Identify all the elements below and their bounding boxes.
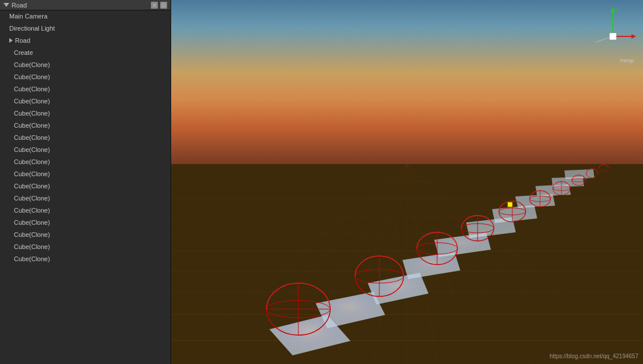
hierarchy-panel: Road ≡ ⊡ Main CameraDirectional LightRoa…: [0, 0, 171, 364]
sidebar-item[interactable]: Cube(Clone): [0, 120, 171, 132]
scene-gizmo[interactable]: y x Persp: [590, 5, 636, 62]
sidebar-item[interactable]: Cube(Clone): [0, 241, 171, 253]
sidebar-item[interactable]: Directional Light: [0, 23, 171, 35]
scene-viewport[interactable]: y x Persp https://blog.csdn.net/qq_42194…: [171, 0, 643, 364]
collapse-icon[interactable]: [3, 3, 9, 7]
sidebar-item[interactable]: Cube(Clone): [0, 168, 171, 180]
sidebar-item[interactable]: Cube(Clone): [0, 156, 171, 168]
svg-text:y: y: [615, 6, 618, 12]
watermark-text: https://blog.csdn.net/qq_42194657: [550, 353, 638, 359]
sidebar-item[interactable]: Cube(Clone): [0, 83, 171, 95]
sidebar-item[interactable]: Main Camera: [0, 10, 171, 23]
sidebar-item[interactable]: Road: [0, 35, 171, 47]
sidebar-item[interactable]: Cube(Clone): [0, 217, 171, 229]
sidebar-item[interactable]: Cube(Clone): [0, 144, 171, 156]
sphere-2: [355, 256, 404, 296]
svg-marker-29: [434, 233, 491, 257]
more-icon[interactable]: ⊡: [160, 2, 167, 9]
sidebar-item[interactable]: Cube(Clone): [0, 132, 171, 144]
svg-rect-69: [609, 33, 616, 40]
svg-marker-63: [611, 8, 615, 12]
header-left: Road: [3, 2, 27, 9]
hierarchy-header: Road ≡ ⊡: [0, 0, 171, 10]
sidebar-item[interactable]: Create: [0, 47, 171, 59]
sidebar-item[interactable]: Cube(Clone): [0, 95, 171, 107]
sphere-1: [267, 283, 330, 335]
menu-icon[interactable]: ≡: [151, 2, 158, 9]
position-gizmo: [508, 202, 512, 207]
sidebar-item[interactable]: Cube(Clone): [0, 107, 171, 120]
sidebar-item[interactable]: Cube(Clone): [0, 253, 171, 265]
svg-marker-27: [402, 252, 460, 279]
scene-content: [171, 0, 643, 364]
sidebar-item[interactable]: Cube(Clone): [0, 205, 171, 217]
sidebar-item[interactable]: Cube(Clone): [0, 71, 171, 83]
header-icons: ≡ ⊡: [151, 2, 167, 9]
hierarchy-title: Road: [12, 2, 27, 9]
sidebar-item[interactable]: Cube(Clone): [0, 192, 171, 205]
svg-marker-66: [631, 34, 636, 39]
sidebar-item[interactable]: Cube(Clone): [0, 229, 171, 241]
sphere-10: [599, 165, 608, 172]
hierarchy-list: Main CameraDirectional LightRoadCreateCu…: [0, 10, 171, 364]
sidebar-item[interactable]: Cube(Clone): [0, 180, 171, 192]
sidebar-item[interactable]: Cube(Clone): [0, 59, 171, 71]
